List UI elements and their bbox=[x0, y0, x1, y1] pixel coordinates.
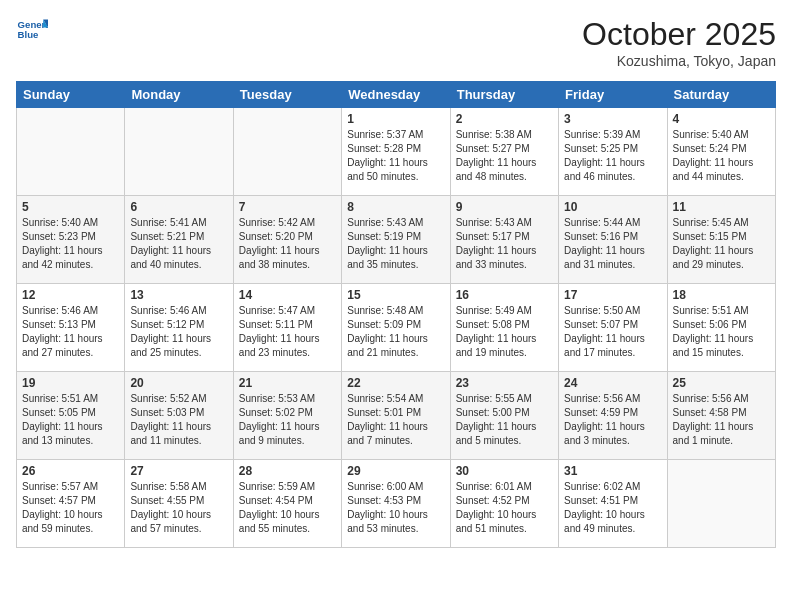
calendar-cell: 16Sunrise: 5:49 AM Sunset: 5:08 PM Dayli… bbox=[450, 284, 558, 372]
calendar-cell: 25Sunrise: 5:56 AM Sunset: 4:58 PM Dayli… bbox=[667, 372, 775, 460]
cell-info: Sunrise: 5:50 AM Sunset: 5:07 PM Dayligh… bbox=[564, 304, 661, 360]
day-number: 16 bbox=[456, 288, 553, 302]
cell-info: Sunrise: 5:46 AM Sunset: 5:13 PM Dayligh… bbox=[22, 304, 119, 360]
calendar-cell bbox=[17, 108, 125, 196]
week-row-5: 26Sunrise: 5:57 AM Sunset: 4:57 PM Dayli… bbox=[17, 460, 776, 548]
location: Kozushima, Tokyo, Japan bbox=[582, 53, 776, 69]
cell-info: Sunrise: 5:39 AM Sunset: 5:25 PM Dayligh… bbox=[564, 128, 661, 184]
cell-info: Sunrise: 5:55 AM Sunset: 5:00 PM Dayligh… bbox=[456, 392, 553, 448]
day-number: 23 bbox=[456, 376, 553, 390]
cell-info: Sunrise: 5:37 AM Sunset: 5:28 PM Dayligh… bbox=[347, 128, 444, 184]
svg-text:Blue: Blue bbox=[18, 29, 39, 40]
title-block: October 2025 Kozushima, Tokyo, Japan bbox=[582, 16, 776, 69]
calendar-cell: 19Sunrise: 5:51 AM Sunset: 5:05 PM Dayli… bbox=[17, 372, 125, 460]
calendar-cell: 21Sunrise: 5:53 AM Sunset: 5:02 PM Dayli… bbox=[233, 372, 341, 460]
col-header-saturday: Saturday bbox=[667, 82, 775, 108]
page-header: General Blue October 2025 Kozushima, Tok… bbox=[16, 16, 776, 69]
day-number: 25 bbox=[673, 376, 770, 390]
cell-info: Sunrise: 5:58 AM Sunset: 4:55 PM Dayligh… bbox=[130, 480, 227, 536]
cell-info: Sunrise: 5:41 AM Sunset: 5:21 PM Dayligh… bbox=[130, 216, 227, 272]
calendar-cell bbox=[125, 108, 233, 196]
day-number: 11 bbox=[673, 200, 770, 214]
cell-info: Sunrise: 5:59 AM Sunset: 4:54 PM Dayligh… bbox=[239, 480, 336, 536]
calendar-cell: 12Sunrise: 5:46 AM Sunset: 5:13 PM Dayli… bbox=[17, 284, 125, 372]
day-number: 3 bbox=[564, 112, 661, 126]
day-number: 7 bbox=[239, 200, 336, 214]
calendar-cell: 31Sunrise: 6:02 AM Sunset: 4:51 PM Dayli… bbox=[559, 460, 667, 548]
calendar-cell: 6Sunrise: 5:41 AM Sunset: 5:21 PM Daylig… bbox=[125, 196, 233, 284]
cell-info: Sunrise: 5:47 AM Sunset: 5:11 PM Dayligh… bbox=[239, 304, 336, 360]
calendar-cell: 23Sunrise: 5:55 AM Sunset: 5:00 PM Dayli… bbox=[450, 372, 558, 460]
calendar-cell: 13Sunrise: 5:46 AM Sunset: 5:12 PM Dayli… bbox=[125, 284, 233, 372]
calendar-cell: 18Sunrise: 5:51 AM Sunset: 5:06 PM Dayli… bbox=[667, 284, 775, 372]
day-number: 20 bbox=[130, 376, 227, 390]
calendar-cell: 8Sunrise: 5:43 AM Sunset: 5:19 PM Daylig… bbox=[342, 196, 450, 284]
cell-info: Sunrise: 5:56 AM Sunset: 4:58 PM Dayligh… bbox=[673, 392, 770, 448]
calendar-cell: 4Sunrise: 5:40 AM Sunset: 5:24 PM Daylig… bbox=[667, 108, 775, 196]
calendar-cell: 10Sunrise: 5:44 AM Sunset: 5:16 PM Dayli… bbox=[559, 196, 667, 284]
calendar-cell: 22Sunrise: 5:54 AM Sunset: 5:01 PM Dayli… bbox=[342, 372, 450, 460]
day-number: 14 bbox=[239, 288, 336, 302]
day-number: 8 bbox=[347, 200, 444, 214]
calendar-cell bbox=[233, 108, 341, 196]
day-number: 28 bbox=[239, 464, 336, 478]
col-header-friday: Friday bbox=[559, 82, 667, 108]
calendar-cell: 7Sunrise: 5:42 AM Sunset: 5:20 PM Daylig… bbox=[233, 196, 341, 284]
cell-info: Sunrise: 5:49 AM Sunset: 5:08 PM Dayligh… bbox=[456, 304, 553, 360]
cell-info: Sunrise: 6:01 AM Sunset: 4:52 PM Dayligh… bbox=[456, 480, 553, 536]
cell-info: Sunrise: 5:43 AM Sunset: 5:19 PM Dayligh… bbox=[347, 216, 444, 272]
day-number: 2 bbox=[456, 112, 553, 126]
cell-info: Sunrise: 5:48 AM Sunset: 5:09 PM Dayligh… bbox=[347, 304, 444, 360]
calendar-cell: 9Sunrise: 5:43 AM Sunset: 5:17 PM Daylig… bbox=[450, 196, 558, 284]
cell-info: Sunrise: 5:44 AM Sunset: 5:16 PM Dayligh… bbox=[564, 216, 661, 272]
day-number: 15 bbox=[347, 288, 444, 302]
calendar-cell: 24Sunrise: 5:56 AM Sunset: 4:59 PM Dayli… bbox=[559, 372, 667, 460]
cell-info: Sunrise: 5:52 AM Sunset: 5:03 PM Dayligh… bbox=[130, 392, 227, 448]
calendar-cell: 28Sunrise: 5:59 AM Sunset: 4:54 PM Dayli… bbox=[233, 460, 341, 548]
day-number: 6 bbox=[130, 200, 227, 214]
week-row-2: 5Sunrise: 5:40 AM Sunset: 5:23 PM Daylig… bbox=[17, 196, 776, 284]
day-number: 10 bbox=[564, 200, 661, 214]
calendar-cell: 20Sunrise: 5:52 AM Sunset: 5:03 PM Dayli… bbox=[125, 372, 233, 460]
cell-info: Sunrise: 5:54 AM Sunset: 5:01 PM Dayligh… bbox=[347, 392, 444, 448]
day-number: 17 bbox=[564, 288, 661, 302]
calendar-cell: 1Sunrise: 5:37 AM Sunset: 5:28 PM Daylig… bbox=[342, 108, 450, 196]
cell-info: Sunrise: 5:57 AM Sunset: 4:57 PM Dayligh… bbox=[22, 480, 119, 536]
day-number: 27 bbox=[130, 464, 227, 478]
calendar-cell: 3Sunrise: 5:39 AM Sunset: 5:25 PM Daylig… bbox=[559, 108, 667, 196]
day-number: 31 bbox=[564, 464, 661, 478]
week-row-1: 1Sunrise: 5:37 AM Sunset: 5:28 PM Daylig… bbox=[17, 108, 776, 196]
calendar-cell: 15Sunrise: 5:48 AM Sunset: 5:09 PM Dayli… bbox=[342, 284, 450, 372]
cell-info: Sunrise: 6:00 AM Sunset: 4:53 PM Dayligh… bbox=[347, 480, 444, 536]
week-row-3: 12Sunrise: 5:46 AM Sunset: 5:13 PM Dayli… bbox=[17, 284, 776, 372]
day-number: 21 bbox=[239, 376, 336, 390]
cell-info: Sunrise: 5:38 AM Sunset: 5:27 PM Dayligh… bbox=[456, 128, 553, 184]
cell-info: Sunrise: 5:53 AM Sunset: 5:02 PM Dayligh… bbox=[239, 392, 336, 448]
day-number: 26 bbox=[22, 464, 119, 478]
cell-info: Sunrise: 5:45 AM Sunset: 5:15 PM Dayligh… bbox=[673, 216, 770, 272]
calendar-cell: 26Sunrise: 5:57 AM Sunset: 4:57 PM Dayli… bbox=[17, 460, 125, 548]
day-number: 30 bbox=[456, 464, 553, 478]
logo: General Blue bbox=[16, 16, 48, 44]
day-number: 13 bbox=[130, 288, 227, 302]
cell-info: Sunrise: 5:56 AM Sunset: 4:59 PM Dayligh… bbox=[564, 392, 661, 448]
cell-info: Sunrise: 5:40 AM Sunset: 5:24 PM Dayligh… bbox=[673, 128, 770, 184]
day-number: 9 bbox=[456, 200, 553, 214]
calendar-cell: 29Sunrise: 6:00 AM Sunset: 4:53 PM Dayli… bbox=[342, 460, 450, 548]
calendar-cell bbox=[667, 460, 775, 548]
col-header-tuesday: Tuesday bbox=[233, 82, 341, 108]
cell-info: Sunrise: 5:40 AM Sunset: 5:23 PM Dayligh… bbox=[22, 216, 119, 272]
col-header-monday: Monday bbox=[125, 82, 233, 108]
calendar-cell: 5Sunrise: 5:40 AM Sunset: 5:23 PM Daylig… bbox=[17, 196, 125, 284]
calendar-cell: 27Sunrise: 5:58 AM Sunset: 4:55 PM Dayli… bbox=[125, 460, 233, 548]
day-number: 19 bbox=[22, 376, 119, 390]
cell-info: Sunrise: 6:02 AM Sunset: 4:51 PM Dayligh… bbox=[564, 480, 661, 536]
cell-info: Sunrise: 5:51 AM Sunset: 5:06 PM Dayligh… bbox=[673, 304, 770, 360]
col-header-thursday: Thursday bbox=[450, 82, 558, 108]
cell-info: Sunrise: 5:51 AM Sunset: 5:05 PM Dayligh… bbox=[22, 392, 119, 448]
day-number: 5 bbox=[22, 200, 119, 214]
logo-icon: General Blue bbox=[16, 16, 48, 44]
calendar-cell: 14Sunrise: 5:47 AM Sunset: 5:11 PM Dayli… bbox=[233, 284, 341, 372]
day-number: 1 bbox=[347, 112, 444, 126]
col-header-wednesday: Wednesday bbox=[342, 82, 450, 108]
